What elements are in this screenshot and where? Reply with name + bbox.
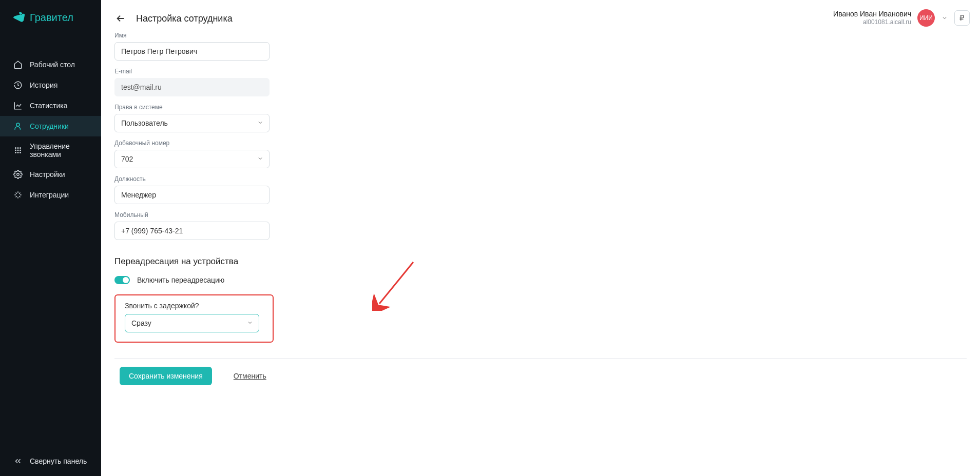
sidebar-item-label: Статистика xyxy=(30,102,68,110)
collapse-label: Свернуть панель xyxy=(30,457,87,465)
form-footer: Сохранить изменения Отменить xyxy=(114,358,967,395)
logo-text: Гравител xyxy=(30,12,73,24)
label-delay: Звонить с задержкой? xyxy=(125,302,263,310)
sidebar-item-label: История xyxy=(30,81,57,89)
page-header: Настройка сотрудника xyxy=(114,12,967,25)
toggle-label: Включить переадресацию xyxy=(137,276,224,284)
logo-icon xyxy=(12,11,26,24)
sidebar-item-integrations[interactable]: Интеграции xyxy=(0,185,101,205)
sidebar-item-statistics[interactable]: Статистика xyxy=(0,95,101,116)
svg-point-7 xyxy=(15,152,16,153)
label-rights: Права в системе xyxy=(114,104,402,111)
content: Настройка сотрудника Имя E-mail Права в … xyxy=(101,0,980,476)
field-name: Имя xyxy=(114,32,402,61)
page-title: Настройка сотрудника xyxy=(136,13,233,24)
svg-point-4 xyxy=(15,150,16,151)
sidebar-item-history[interactable]: История xyxy=(0,75,101,95)
sidebar: Гравител Рабочий стол История Статистика… xyxy=(0,0,101,476)
delay-highlight-box: Звонить с задержкой? Сразу xyxy=(114,294,274,343)
redirect-section-title: Переадресация на устройства xyxy=(114,256,402,267)
rights-select[interactable]: Пользователь xyxy=(114,114,270,132)
back-button[interactable] xyxy=(114,12,127,25)
collapse-icon xyxy=(13,457,23,466)
field-ext: Добавочный номер 702 xyxy=(114,140,402,168)
name-input[interactable] xyxy=(114,42,270,61)
field-email: E-mail xyxy=(114,68,402,96)
sidebar-item-desktop[interactable]: Рабочий стол xyxy=(0,54,101,75)
history-icon xyxy=(13,81,23,90)
cancel-button[interactable]: Отменить xyxy=(234,372,266,380)
label-email: E-mail xyxy=(114,68,402,75)
field-mobile: Мобильный xyxy=(114,211,402,240)
chart-icon xyxy=(13,101,23,110)
svg-point-2 xyxy=(17,148,18,149)
field-position: Должность xyxy=(114,175,402,204)
position-input[interactable] xyxy=(114,186,270,204)
sparkle-icon xyxy=(13,190,23,200)
sidebar-item-label: Интеграции xyxy=(30,191,69,199)
nav: Рабочий стол История Статистика Сотрудни… xyxy=(0,54,101,449)
gear-icon xyxy=(13,170,23,179)
svg-point-5 xyxy=(17,150,18,151)
svg-point-10 xyxy=(17,173,20,176)
collapse-panel-button[interactable]: Свернуть панель xyxy=(0,449,101,476)
sidebar-item-call-mgmt[interactable]: Управление звонками xyxy=(0,136,101,164)
svg-point-6 xyxy=(20,150,21,151)
sidebar-item-employees[interactable]: Сотрудники xyxy=(0,116,101,136)
field-rights: Права в системе Пользователь xyxy=(114,104,402,132)
svg-point-8 xyxy=(17,152,18,153)
user-icon xyxy=(13,122,23,131)
label-ext: Добавочный номер xyxy=(114,140,402,147)
home-icon xyxy=(13,60,23,69)
svg-point-3 xyxy=(20,148,21,149)
email-input xyxy=(114,78,270,96)
sidebar-item-label: Настройки xyxy=(30,170,65,179)
employee-form: Имя E-mail Права в системе Пользователь xyxy=(114,32,402,343)
main: Иванов Иван Иванович al001081.aicall.ru … xyxy=(101,0,980,476)
label-mobile: Мобильный xyxy=(114,211,402,219)
ext-select[interactable]: 702 xyxy=(114,150,270,168)
label-name: Имя xyxy=(114,32,402,39)
logo: Гравител xyxy=(0,0,101,34)
save-button[interactable]: Сохранить изменения xyxy=(120,367,212,385)
label-position: Должность xyxy=(114,175,402,183)
svg-point-9 xyxy=(20,152,21,153)
svg-point-1 xyxy=(15,148,16,149)
delay-select[interactable]: Сразу xyxy=(125,314,259,332)
sidebar-item-label: Сотрудники xyxy=(30,122,69,130)
sidebar-item-label: Управление звонками xyxy=(30,142,88,158)
svg-point-0 xyxy=(16,123,20,126)
enable-redirect-toggle[interactable] xyxy=(114,276,130,284)
dialpad-icon xyxy=(13,146,23,155)
sidebar-item-label: Рабочий стол xyxy=(30,61,75,69)
sidebar-item-settings[interactable]: Настройки xyxy=(0,164,101,185)
toggle-row: Включить переадресацию xyxy=(114,276,402,284)
mobile-input[interactable] xyxy=(114,222,270,240)
